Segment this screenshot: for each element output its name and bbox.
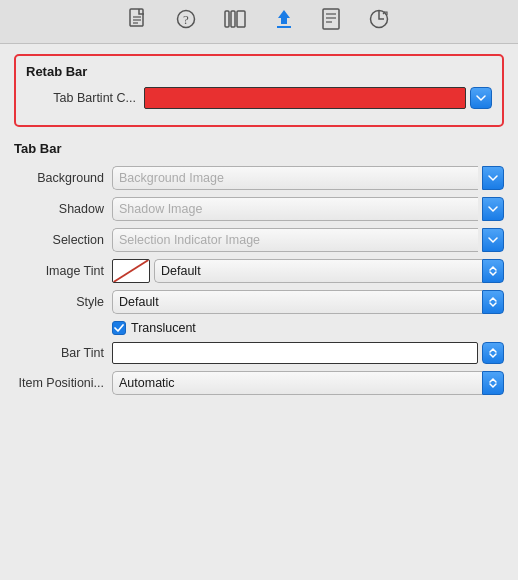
color-well-stepper[interactable] — [470, 87, 492, 109]
main-content: Retab Bar Tab Bartint C... Tab Bar Backg… — [0, 44, 518, 412]
bar-tint-row: Bar Tint — [14, 342, 504, 364]
tabbar-title: Tab Bar — [14, 141, 504, 156]
image-tint-value[interactable]: Default — [154, 259, 482, 283]
item-positioning-stepper[interactable] — [482, 371, 504, 395]
inspector-icon[interactable] — [322, 8, 340, 35]
bar-tint-stepper[interactable] — [482, 342, 504, 364]
tab-bartint-control — [144, 87, 492, 109]
translucent-label: Translucent — [131, 321, 196, 335]
svg-rect-6 — [225, 11, 229, 27]
shadow-label: Shadow — [14, 202, 104, 216]
style-stepper[interactable] — [482, 290, 504, 314]
svg-rect-7 — [231, 11, 235, 27]
selection-row: Selection Selection Indicator Image — [14, 228, 504, 252]
image-tint-label: Image Tint — [14, 264, 104, 278]
download-icon[interactable] — [274, 8, 294, 35]
shadow-dropdown-arrow[interactable] — [482, 197, 504, 221]
toolbar: ? — [0, 0, 518, 44]
shadow-combo: Shadow Image — [112, 197, 504, 221]
svg-marker-9 — [278, 10, 290, 24]
image-tint-stepper[interactable] — [482, 259, 504, 283]
background-input[interactable]: Background Image — [112, 166, 478, 190]
shadow-placeholder: Shadow Image — [119, 202, 202, 216]
library-icon[interactable] — [224, 9, 246, 34]
tab-bartint-row: Tab Bartint C... — [26, 87, 492, 109]
navigate-icon[interactable] — [368, 9, 390, 34]
item-positioning-dropdown: Automatic — [112, 371, 504, 395]
shadow-row: Shadow Shadow Image — [14, 197, 504, 221]
tabbar-section: Tab Bar Background Background Image Shad… — [14, 141, 504, 395]
selection-placeholder: Selection Indicator Image — [119, 233, 260, 247]
selection-combo: Selection Indicator Image — [112, 228, 504, 252]
help-icon[interactable]: ? — [176, 9, 196, 34]
svg-text:?: ? — [183, 12, 189, 27]
bar-tint-well[interactable] — [112, 342, 478, 364]
selection-dropdown-arrow[interactable] — [482, 228, 504, 252]
background-placeholder: Background Image — [119, 171, 224, 185]
style-value[interactable]: Default — [112, 290, 482, 314]
background-combo: Background Image — [112, 166, 504, 190]
style-label: Style — [14, 295, 104, 309]
retab-bar-title: Retab Bar — [26, 64, 492, 79]
image-tint-well[interactable] — [112, 259, 150, 283]
translucent-row: Translucent — [14, 321, 504, 335]
bar-tint-label: Bar Tint — [14, 346, 104, 360]
background-dropdown-arrow[interactable] — [482, 166, 504, 190]
shadow-input[interactable]: Shadow Image — [112, 197, 478, 221]
retab-bar-section: Retab Bar Tab Bartint C... — [14, 54, 504, 127]
item-positioning-label: Item Positioni... — [14, 376, 104, 390]
selection-input[interactable]: Selection Indicator Image — [112, 228, 478, 252]
image-tint-dropdown: Default — [154, 259, 504, 283]
tab-bartint-label: Tab Bartint C... — [26, 91, 136, 105]
image-tint-row: Image Tint Default — [14, 259, 504, 283]
svg-rect-11 — [323, 9, 339, 29]
selection-label: Selection — [14, 233, 104, 247]
translucent-checkbox[interactable] — [112, 321, 126, 335]
color-well[interactable] — [144, 87, 466, 109]
svg-rect-8 — [237, 11, 245, 27]
item-positioning-row: Item Positioni... Automatic — [14, 371, 504, 395]
svg-line-17 — [114, 260, 149, 282]
background-label: Background — [14, 171, 104, 185]
style-dropdown: Default — [112, 290, 504, 314]
item-positioning-value[interactable]: Automatic — [112, 371, 482, 395]
style-row: Style Default — [14, 290, 504, 314]
background-row: Background Background Image — [14, 166, 504, 190]
file-icon[interactable] — [128, 8, 148, 35]
